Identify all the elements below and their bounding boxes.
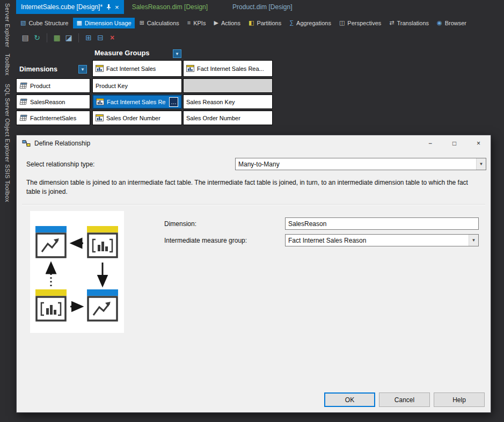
browser-icon: ◉ — [437, 20, 442, 26]
tab-label: Cube Structure — [28, 20, 68, 26]
relationship-cell-selected[interactable]: Fact Internet Sales Re … — [92, 94, 182, 109]
dimension-field[interactable] — [285, 217, 479, 230]
aggregations-icon: ∑ — [289, 20, 294, 26]
refresh-icon[interactable]: ↻ — [31, 32, 43, 43]
dimension-name: Product — [30, 83, 50, 89]
dimension-icon — [19, 98, 27, 105]
tab-actions[interactable]: ▶ Actions — [210, 18, 244, 28]
tab-label: Translations — [397, 20, 429, 26]
measure-icon — [96, 114, 104, 121]
tab-label: Aggregations — [296, 20, 331, 26]
close-icon[interactable]: × — [466, 135, 491, 151]
relationship-description: The dimension table is joined to an inte… — [26, 178, 481, 197]
designer-tab-strip: ▧ Cube Structure ▦ Dimension Usage ⊞ Cal… — [17, 16, 470, 30]
tab-kpis[interactable]: ≡ KPIs — [184, 18, 209, 28]
relationship-cell[interactable]: Sales Reason Key — [183, 94, 273, 109]
measure-group-icon — [96, 65, 104, 72]
tab-label: Browser — [445, 20, 466, 26]
relationship-icon — [22, 140, 31, 147]
relationship-cell-text: Fact Internet Sales Re — [107, 99, 165, 105]
cancel-button[interactable]: Cancel — [379, 392, 430, 407]
relationship-cell-empty — [183, 78, 273, 93]
tab-calculations[interactable]: ⊞ Calculations — [136, 18, 182, 28]
tab-label: KPIs — [193, 20, 206, 26]
design-grid-icon[interactable]: ▤ — [19, 32, 31, 43]
translations-icon: ⇄ — [389, 20, 394, 26]
dimension-row-factinternetsales[interactable]: FactInternetSales — [16, 111, 90, 125]
tab-translations[interactable]: ⇄ Translations — [386, 18, 432, 28]
measure-group-icon — [96, 98, 104, 105]
help-button[interactable]: Help — [434, 392, 485, 407]
intermediate-measure-group-select[interactable]: Fact Internet Sales Reason ▼ — [285, 234, 479, 246]
sidebar-tab-server-explorer[interactable]: Server Explorer — [4, 3, 11, 47]
new-dimension-icon[interactable]: ▦ — [51, 32, 63, 43]
left-tool-rail: Server Explorer Toolbox SQL Server Objec… — [0, 0, 16, 422]
many-to-many-diagram-graphic — [30, 211, 124, 333]
delete-icon[interactable]: × — [106, 32, 118, 43]
dimensions-dropdown-button[interactable]: ▼ — [78, 65, 87, 74]
dialog-title-bar[interactable]: Define Relationship — [17, 135, 415, 151]
sidebar-tab-ssis-toolbox[interactable]: SSIS Toolbox — [4, 164, 11, 202]
relationship-cell-text: Product Key — [96, 83, 128, 89]
add-measure-group-icon[interactable]: ⊟ — [94, 32, 106, 43]
tab-cube-structure[interactable]: ▧ Cube Structure — [17, 18, 71, 28]
relationship-type-select[interactable]: Many-to-Many ▼ — [235, 158, 486, 170]
tab-partitions[interactable]: ◧ Partitions — [245, 18, 284, 28]
calculations-icon: ⊞ — [140, 20, 144, 26]
dimensions-heading: Dimensions — [19, 66, 57, 73]
document-tab-product-dim[interactable]: Product.dim [Design] — [228, 0, 297, 14]
define-relationship-dialog: Define Relationship − □ × Select relatio… — [16, 135, 491, 413]
many-to-many-diagram — [30, 211, 124, 333]
actions-icon: ▶ — [214, 20, 218, 26]
edit-dimension-icon[interactable]: ◪ — [63, 32, 75, 43]
tab-browser[interactable]: ◉ Browser — [434, 18, 470, 28]
document-tab-label: InternetSales.cube [Design]* — [21, 3, 103, 11]
tab-label: Perspectives — [347, 20, 381, 26]
toolbar-separator — [78, 33, 79, 42]
dimension-icon — [19, 114, 27, 121]
relationship-cell-text: Sales Order Number — [106, 115, 160, 121]
application-window: Server Explorer Toolbox SQL Server Objec… — [0, 0, 504, 422]
tab-label: Actions — [221, 20, 240, 26]
pin-icon[interactable] — [106, 4, 111, 10]
relationship-cell[interactable]: Sales Order Number — [183, 111, 273, 125]
relationship-type-value: Many-to-Many — [238, 161, 476, 168]
sidebar-tab-toolbox[interactable]: Toolbox — [4, 54, 11, 76]
add-cube-dimension-icon[interactable]: ⊞ — [83, 32, 94, 43]
maximize-icon[interactable]: □ — [442, 135, 466, 151]
document-tab-internetsales-cube[interactable]: InternetSales.cube [Design]* × — [16, 0, 124, 14]
tab-perspectives[interactable]: ◫ Perspectives — [336, 18, 384, 28]
measure-group-column-header[interactable]: Fact Internet Sales — [92, 60, 182, 77]
relationship-cell-text: Sales Order Number — [186, 115, 240, 121]
tab-aggregations[interactable]: ∑ Aggregations — [286, 18, 334, 28]
document-tab-label: Product.dim [Design] — [232, 3, 292, 11]
tab-dimension-usage[interactable]: ▦ Dimension Usage — [73, 18, 134, 28]
document-tab-label: SalesReason.dim [Design] — [132, 3, 208, 11]
measure-group-icon — [186, 65, 194, 72]
toolbar-separator — [47, 33, 47, 42]
relationship-cell[interactable]: Sales Order Number — [92, 111, 182, 125]
sidebar-tab-sql-server-object-explorer[interactable]: SQL Server Object Explorer — [4, 84, 11, 162]
column-header-label: Fact Internet Sales Rea... — [197, 66, 264, 72]
ok-button[interactable]: OK — [324, 392, 375, 407]
measure-groups-heading: Measure Groups — [94, 49, 150, 57]
column-header-label: Fact Internet Sales — [106, 66, 156, 72]
measure-groups-dropdown-button[interactable]: ▼ — [173, 49, 181, 58]
perspectives-icon: ◫ — [339, 20, 345, 26]
section-separator — [22, 204, 485, 205]
dimension-row-salesreason[interactable]: SalesReason — [16, 94, 90, 109]
edit-relationship-button[interactable]: … — [169, 97, 178, 107]
dimension-row-product[interactable]: Product — [16, 78, 90, 93]
partitions-icon: ◧ — [249, 20, 254, 26]
close-icon[interactable]: × — [115, 4, 119, 11]
relationship-cell[interactable]: Product Key — [92, 78, 182, 93]
minimize-icon[interactable]: − — [418, 135, 442, 151]
document-tab-salesreason-dim[interactable]: SalesReason.dim [Design] — [127, 0, 213, 14]
dimension-icon — [19, 82, 27, 89]
chevron-down-icon[interactable]: ▼ — [476, 158, 486, 170]
cube-structure-icon: ▧ — [20, 20, 26, 26]
chevron-down-icon[interactable]: ▼ — [469, 235, 478, 246]
dimension-usage-icon: ▦ — [76, 20, 82, 26]
tab-label: Dimension Usage — [85, 20, 132, 26]
measure-group-column-header[interactable]: Fact Internet Sales Rea... — [183, 60, 273, 77]
